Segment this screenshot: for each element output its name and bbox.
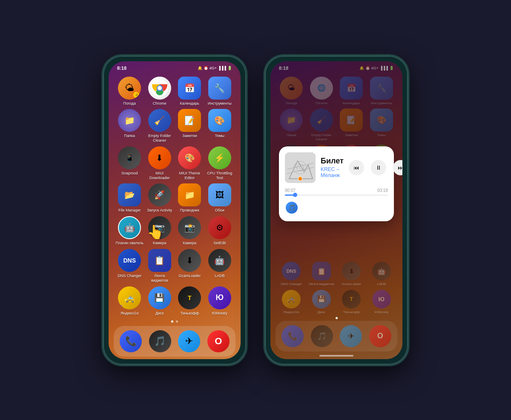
music-card-inner: Билет KREC – Меланж ⏮ ⏸ ⏭ bbox=[285, 152, 388, 183]
music-artist: KREC – Меланж bbox=[321, 166, 344, 178]
prev-button[interactable]: ⏮ bbox=[349, 160, 364, 175]
app-miuidown-label: MIUI Downloader bbox=[146, 171, 174, 180]
app-explorer-label: Проводник bbox=[180, 208, 199, 213]
app-gcam[interactable]: ⬇ GcamLoader bbox=[175, 249, 204, 283]
app-ladb-label: LADB bbox=[215, 274, 225, 278]
app-yandex-label: ЯндексGo bbox=[121, 311, 138, 316]
app-indicator-icon: 🎵 bbox=[286, 202, 298, 214]
app-empty-label: Empty Folder Cleaner bbox=[146, 134, 174, 143]
app-miuitheme[interactable]: 🎨 MIUI Theme Editor bbox=[175, 146, 204, 180]
phone-screen-right: 8:18 🔔 ⏰ 4G+ ▐▐▐ 🔋 🌤Погода 🌐Chrome 📅Кале bbox=[270, 61, 402, 359]
phone-frame-right: 8:18 🔔 ⏰ 4G+ ▐▐▐ 🔋 🌤Погода 🌐Chrome 📅Кале bbox=[264, 55, 409, 366]
app-cputest-label: CPU Throttling Test bbox=[206, 171, 234, 180]
dock-opera[interactable]: O bbox=[205, 330, 233, 352]
app-cputest[interactable]: ⚡ CPU Throttling Test bbox=[206, 146, 234, 180]
app-ladb[interactable]: 🤖 LADB bbox=[206, 249, 234, 283]
progress-bar[interactable] bbox=[285, 194, 388, 196]
app-notes-label: Заметки bbox=[182, 134, 197, 138]
signal-bars: ▐▐▐ bbox=[218, 66, 226, 70]
app-disk[interactable]: 💾 Диск bbox=[146, 286, 174, 316]
status-time-left: 8:18 bbox=[117, 66, 126, 71]
music-controls: ⏮ ⏸ ⏭ bbox=[349, 160, 402, 175]
music-info: Билет KREC – Меланж bbox=[321, 157, 344, 178]
app-explorer[interactable]: 📁 Проводник bbox=[175, 183, 204, 213]
app-themes-label: Темы bbox=[215, 134, 224, 138]
app-wallpaper-label: Обои bbox=[215, 208, 224, 213]
svg-point-3 bbox=[158, 86, 162, 90]
app-cam1-label: Камера bbox=[153, 241, 166, 246]
app-dns-label: DNS Changer bbox=[118, 274, 141, 278]
app-disk-label: Диск bbox=[155, 311, 164, 316]
app-indicator-row: 🎵 bbox=[285, 200, 388, 215]
app-folder[interactable]: 📁 Папка bbox=[115, 109, 144, 143]
play-pause-button[interactable]: ⏸ bbox=[371, 160, 386, 175]
app-tools-label: Инструменты bbox=[208, 101, 232, 106]
phone-left: 8:18 🔔 ⏰ 4G+ ▐▐▐ 🔋 🌤 -2 bbox=[102, 55, 247, 366]
app-miuitheme-label: MIUI Theme Editor bbox=[175, 171, 204, 180]
dock-phone-r: 📞 bbox=[279, 325, 307, 347]
dot-r1 bbox=[336, 317, 338, 319]
app-cam2[interactable]: 📸 Камера bbox=[175, 216, 204, 246]
dock-left: 📞 🎵 ✈ O bbox=[114, 326, 235, 357]
app-activity-label: Запуск Activity bbox=[147, 208, 172, 213]
app-tinkoff-label: Тинькофф bbox=[180, 311, 199, 316]
time-total: 03:18 bbox=[377, 188, 388, 193]
app-folder-label: Папка bbox=[124, 134, 135, 138]
app-weather-label: Погода bbox=[123, 101, 136, 106]
svg-point-10 bbox=[299, 166, 301, 169]
home-line-right bbox=[319, 355, 353, 357]
app-widget-label: Лента виджетов bbox=[146, 274, 174, 283]
status-icons-left: 🔔 ⏰ 4G+ ▐▐▐ 🔋 bbox=[198, 66, 232, 70]
app-tools[interactable]: 🔧 Инструменты bbox=[206, 77, 234, 106]
app-activity[interactable]: 🚀 Запуск Activity bbox=[146, 183, 174, 213]
dock-music[interactable]: 🎵 bbox=[146, 330, 174, 352]
app-calendar[interactable]: 📅 Календарь bbox=[175, 77, 204, 106]
app-calendar-label: Календарь bbox=[180, 101, 199, 106]
dot-1 bbox=[171, 320, 173, 323]
app-setedit[interactable]: ⚙ SetEdit bbox=[206, 216, 234, 246]
music-title: Билет bbox=[321, 157, 344, 166]
dock-telegram-r: ✈ bbox=[337, 325, 365, 347]
home-bar-right bbox=[270, 355, 402, 359]
app-dns[interactable]: DNS DNS Changer bbox=[115, 249, 144, 283]
app-notes[interactable]: 📝 Заметки bbox=[175, 109, 204, 143]
app-cam2-label: Камера bbox=[183, 241, 196, 246]
app-widget[interactable]: 📋 Лента виджетов bbox=[146, 249, 174, 283]
dock-telegram[interactable]: ✈ bbox=[175, 330, 203, 352]
time-elapsed: 00:07 bbox=[285, 188, 296, 193]
app-gcam-label: GcamLoader bbox=[178, 274, 201, 278]
app-plugin[interactable]: 🤖 Плагин ователь bbox=[115, 216, 144, 246]
album-art-image bbox=[285, 152, 316, 183]
progress-section: 00:07 03:18 bbox=[285, 188, 388, 196]
status-bar-left: 8:18 🔔 ⏰ 4G+ ▐▐▐ 🔋 bbox=[109, 61, 241, 73]
svg-point-11 bbox=[298, 177, 302, 181]
app-yomoney-label: ЮMoney bbox=[212, 311, 227, 316]
app-weather[interactable]: 🌤 -2 Погода bbox=[115, 77, 144, 106]
music-card[interactable]: Билет KREC – Меланж ⏮ ⏸ ⏭ 00:07 03:18 bbox=[279, 146, 394, 221]
bell-icon: 🔔 bbox=[198, 66, 202, 70]
app-wallpaper[interactable]: 🖼 Обои bbox=[206, 183, 234, 213]
dock-opera-r: O bbox=[367, 325, 394, 347]
app-tinkoff[interactable]: T Тинькофф bbox=[175, 286, 204, 316]
app-setedit-label: SetEdit bbox=[213, 241, 226, 246]
page-dots-right bbox=[270, 317, 402, 319]
dock-phone[interactable]: 📞 bbox=[117, 330, 145, 352]
app-filemanager[interactable]: 📂 File Manager bbox=[115, 183, 144, 213]
app-snapmod[interactable]: 📱 Snapmod bbox=[115, 146, 144, 180]
app-themes[interactable]: 🎨 Темы bbox=[206, 109, 234, 143]
app-plugin-label: Плагин ователь bbox=[115, 241, 144, 246]
dot-2 bbox=[176, 320, 178, 323]
album-art bbox=[285, 152, 316, 183]
app-empty[interactable]: 🧹 Empty Folder Cleaner bbox=[146, 109, 174, 143]
app-miuidown[interactable]: ⬇ MIUI Downloader bbox=[146, 146, 174, 180]
album-art-svg bbox=[285, 152, 316, 183]
next-button[interactable]: ⏭ bbox=[393, 160, 402, 175]
app-snapmod-label: Snapmod bbox=[121, 171, 138, 176]
battery-icon: 🔋 bbox=[227, 66, 232, 70]
phone-right: 8:18 🔔 ⏰ 4G+ ▐▐▐ 🔋 🌤Погода 🌐Chrome 📅Кале bbox=[264, 55, 409, 366]
app-yandex[interactable]: 🚕 ЯндексGo bbox=[115, 286, 144, 316]
phone-screen-left: 8:18 🔔 ⏰ 4G+ ▐▐▐ 🔋 🌤 -2 bbox=[109, 61, 241, 359]
app-chrome[interactable]: Chrome bbox=[146, 77, 174, 106]
app-cam1[interactable]: 📷 Камера bbox=[146, 216, 174, 246]
app-yomoney[interactable]: Ю ЮMoney bbox=[206, 286, 234, 316]
